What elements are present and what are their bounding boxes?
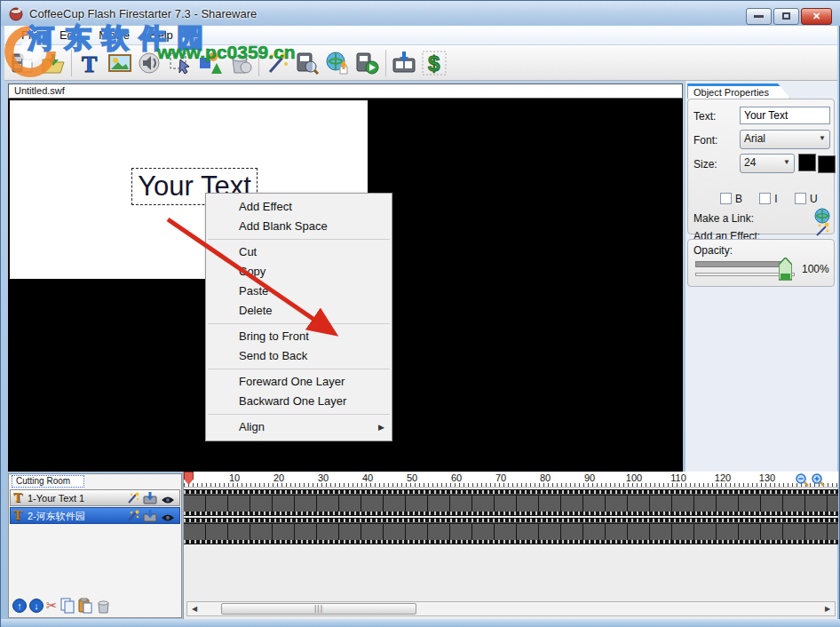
film-perforations bbox=[184, 512, 838, 515]
opacity-label: Opacity: bbox=[693, 244, 733, 257]
toolbar: T $ bbox=[4, 45, 837, 81]
scroll-left-arrow[interactable]: ◀ bbox=[187, 602, 202, 615]
cutting-room-tab[interactable]: Cutting Room bbox=[12, 475, 84, 488]
context-item-paste[interactable]: Paste bbox=[206, 282, 392, 301]
size-select[interactable]: 24 ▼ bbox=[740, 154, 795, 173]
window-title: CoffeeCup Flash Firestarter 7.3 - Sharew… bbox=[29, 7, 257, 20]
ruler-number: 30 bbox=[318, 472, 329, 483]
opacity-group: Opacity: 100% bbox=[687, 239, 835, 287]
trash-icon[interactable] bbox=[96, 598, 111, 614]
font-value: Arial bbox=[744, 132, 765, 145]
app-window: CoffeeCup Flash Firestarter 7.3 - Sharew… bbox=[0, 0, 840, 627]
layer-film-icon[interactable] bbox=[143, 510, 157, 527]
timeline-ruler[interactable]: 102030405060708090100110120130 bbox=[184, 472, 838, 488]
chevron-down-icon: ▼ bbox=[819, 134, 826, 142]
background-color-swatch[interactable] bbox=[818, 155, 836, 173]
object-properties-tab[interactable]: Object Properties bbox=[687, 83, 790, 99]
wand-icon[interactable] bbox=[814, 222, 830, 238]
close-button[interactable]: ✕ bbox=[801, 8, 832, 25]
play-movie-icon[interactable] bbox=[353, 48, 383, 78]
text-color-swatch[interactable] bbox=[798, 154, 816, 171]
menu-edit[interactable]: Edit bbox=[50, 27, 89, 44]
layer-effect-wand-icon[interactable] bbox=[127, 510, 140, 527]
context-menu-separator bbox=[208, 239, 390, 240]
context-item-delete[interactable]: Delete bbox=[206, 301, 392, 321]
ruler-ticks bbox=[184, 483, 838, 487]
copy-icon[interactable] bbox=[60, 598, 75, 614]
context-item-foreward-one-layer[interactable]: Foreward One Layer bbox=[206, 372, 392, 392]
select-icon[interactable] bbox=[165, 48, 195, 78]
film-track-2[interactable] bbox=[184, 518, 838, 544]
film-track-1[interactable] bbox=[184, 489, 838, 516]
layer-visibility-eye-icon[interactable] bbox=[161, 512, 175, 527]
timeline-scrollbar[interactable]: ◀ ||| ▶ bbox=[186, 601, 836, 616]
bold-checkbox[interactable] bbox=[720, 193, 732, 204]
context-item-align[interactable]: Align▶ bbox=[206, 417, 392, 437]
menu-movie[interactable]: Movie bbox=[89, 27, 139, 44]
text-layer-icon: T bbox=[13, 508, 22, 523]
context-menu-separator bbox=[208, 369, 390, 369]
open-icon[interactable] bbox=[38, 48, 68, 78]
film-perforations bbox=[184, 519, 838, 522]
font-label: Font: bbox=[693, 134, 717, 147]
move-layer-down-button[interactable]: ↓ bbox=[29, 599, 44, 613]
ruler-number: 10 bbox=[229, 472, 240, 483]
add-shape-icon[interactable] bbox=[195, 48, 226, 78]
underline-label: U bbox=[810, 193, 818, 205]
context-item-cut[interactable]: Cut bbox=[206, 242, 392, 262]
minimize-button[interactable] bbox=[746, 8, 772, 25]
paste-icon[interactable] bbox=[78, 598, 93, 614]
add-sound-icon[interactable] bbox=[135, 48, 165, 78]
film-cells bbox=[184, 495, 838, 512]
toolbar-separator bbox=[385, 50, 386, 76]
add-text-icon[interactable]: T bbox=[75, 48, 105, 78]
zoom-out-icon[interactable] bbox=[795, 472, 809, 487]
ruler-number: 60 bbox=[451, 472, 462, 483]
context-item-send-to-back[interactable]: Send to Back bbox=[206, 346, 392, 366]
bold-label: B bbox=[735, 193, 742, 205]
ruler-number: 110 bbox=[670, 472, 686, 483]
context-item-add-blank-space[interactable]: Add Blank Space bbox=[206, 217, 392, 236]
purchase-icon[interactable]: $ bbox=[419, 48, 449, 78]
move-layer-up-button[interactable]: ↑ bbox=[12, 599, 27, 613]
document-tab[interactable]: Untitled.swf bbox=[8, 83, 683, 99]
menu-file[interactable]: File bbox=[12, 27, 50, 44]
context-item-bring-to-front[interactable]: Bring to Front bbox=[206, 327, 392, 346]
new-movie-icon[interactable] bbox=[8, 48, 38, 78]
ruler-number: 80 bbox=[540, 472, 551, 483]
ruler-number: 100 bbox=[626, 472, 642, 483]
ruler-number: 120 bbox=[715, 472, 731, 483]
layer-row[interactable]: T2-河东软件园 bbox=[10, 507, 180, 524]
publish-icon[interactable] bbox=[322, 48, 353, 78]
delete-icon[interactable] bbox=[226, 48, 256, 78]
film-cells bbox=[184, 523, 838, 541]
import-icon[interactable] bbox=[389, 48, 419, 78]
ruler-number: 50 bbox=[407, 472, 417, 483]
menu-help[interactable]: Help bbox=[139, 27, 183, 44]
opacity-slider-thumb[interactable] bbox=[779, 258, 792, 281]
cut-icon[interactable]: ✂ bbox=[46, 598, 58, 614]
text-input[interactable] bbox=[740, 107, 830, 124]
layer-row[interactable]: T1-Your Text 1 bbox=[10, 489, 180, 506]
ruler-number: 90 bbox=[584, 472, 595, 483]
timeline: 102030405060708090100110120130 ◀ ||| ▶ bbox=[183, 472, 837, 619]
underline-checkbox[interactable] bbox=[795, 193, 806, 204]
ruler-number: 130 bbox=[759, 472, 775, 483]
add-image-icon[interactable] bbox=[105, 48, 135, 78]
context-item-add-effect[interactable]: Add Effect bbox=[206, 197, 392, 217]
context-menu: Add EffectAdd Blank SpaceCutCopyPasteDel… bbox=[205, 193, 392, 441]
italic-checkbox[interactable] bbox=[759, 193, 771, 204]
context-item-copy[interactable]: Copy bbox=[206, 262, 392, 282]
font-select[interactable]: Arial ▼ bbox=[740, 130, 830, 149]
maximize-button[interactable] bbox=[773, 8, 799, 25]
style-checkboxes: B I U bbox=[720, 193, 832, 205]
effects-icon[interactable] bbox=[262, 48, 292, 78]
scroll-right-arrow[interactable]: ▶ bbox=[820, 602, 835, 615]
ruler-number: 40 bbox=[362, 472, 373, 483]
scrollbar-thumb[interactable]: ||| bbox=[221, 603, 416, 615]
preview-icon[interactable] bbox=[292, 48, 322, 78]
opacity-fill-bar bbox=[695, 261, 788, 267]
layer-name: 1-Your Text 1 bbox=[28, 491, 84, 506]
zoom-in-icon[interactable] bbox=[811, 472, 825, 487]
context-item-backward-one-layer[interactable]: Backward One Layer bbox=[206, 392, 392, 411]
